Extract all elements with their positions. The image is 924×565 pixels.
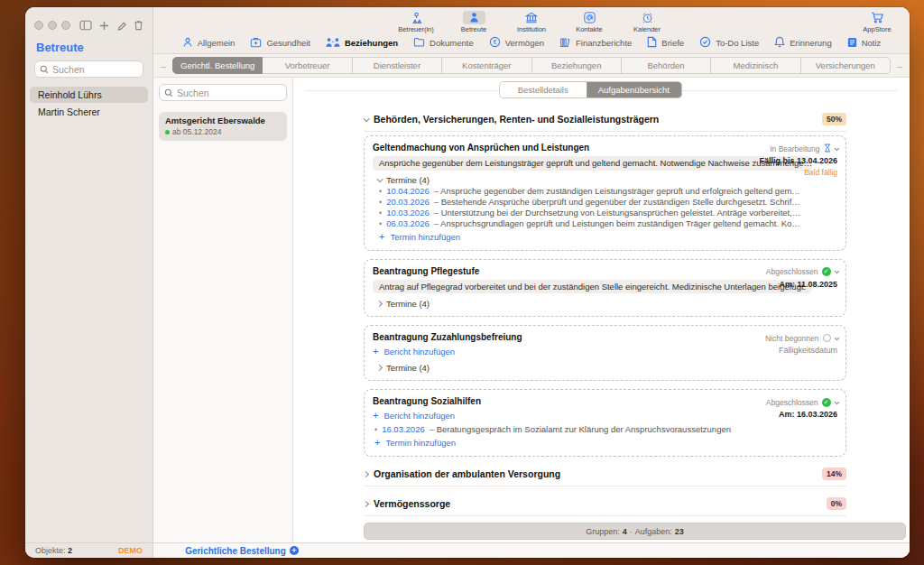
progress-badge: 0%: [827, 497, 846, 510]
tab-beziehungen[interactable]: Beziehungen: [532, 57, 622, 74]
status-dropdown[interactable]: Nicht begonnen: [702, 333, 837, 343]
due-date-placeholder: Fälligkeitsdatum: [702, 346, 837, 355]
toggle-sidebar-icon[interactable]: [79, 20, 92, 31]
cart-icon: [865, 11, 890, 24]
minimize-button[interactable]: [48, 21, 57, 30]
task-group-header[interactable]: Organisation der ambulanten Versorgung 1…: [364, 465, 846, 483]
task-card: Beantragung Zuzahlungsbefreiung Nicht be…: [364, 325, 846, 381]
folder-icon: [413, 37, 425, 49]
divider: [364, 131, 846, 132]
tabs-overflow-left-button[interactable]: –: [159, 61, 168, 70]
sidebar-title: Betreute: [25, 36, 152, 60]
view-switcher: Bestelldetails Aufgabenübersicht: [499, 81, 682, 98]
add-termin-button[interactable]: Termin hinzufügen: [374, 437, 837, 449]
chevron-down-icon: [834, 399, 838, 403]
list-item-client[interactable]: Reinhold Lührs: [30, 87, 148, 103]
due-date: Fällig bis 13.04.2026: [702, 156, 837, 165]
task-group-header[interactable]: Vermögenssorge 0%: [364, 495, 846, 513]
chevron-down-icon: [834, 269, 838, 273]
done-date: Am: 16.03.2026: [702, 410, 837, 419]
tab-gerichtl-bestellung[interactable]: Gerichtl. Bestellung: [172, 57, 263, 74]
divider: [364, 515, 846, 516]
nav-item-vermoegen[interactable]: € Vermögen: [489, 36, 544, 50]
zoom-button[interactable]: [61, 21, 70, 30]
detail-panel: Bestelldetails Aufgabenübersicht Behörde…: [293, 78, 910, 542]
nav-item-beziehungen[interactable]: Beziehungen: [326, 37, 398, 50]
chevron-down-icon: [834, 335, 838, 339]
appointment-row[interactable]: 10.03.2026 Unterstützung bei der Durchse…: [379, 208, 837, 218]
add-gerichtliche-bestellung-button[interactable]: Gerichtliche Bestellung: [166, 546, 318, 556]
task-status-block: Abgeschlossen Am: 11.08.2025: [702, 267, 837, 289]
record-item-amtsgericht[interactable]: Amtsgericht Eberswalde ab 05.12.2024: [159, 112, 287, 141]
tab-kostentraeger[interactable]: Kostenträger: [442, 57, 531, 74]
task-status-block: In Bearbeitung Fällig bis 13.04.2026 Bal…: [702, 144, 837, 177]
appointment-row[interactable]: 16.03.2026 Beratungsgespräch im Sozialam…: [374, 424, 837, 435]
nav-item-erinnerung[interactable]: Erinnerung: [774, 36, 831, 50]
appointment-row[interactable]: 10.04.2026 Ansprüche gegenüber dem zustä…: [379, 186, 837, 197]
view-tab-aufgabenuebersicht[interactable]: Aufgabenübersicht: [587, 82, 681, 97]
records-search-input[interactable]: [177, 88, 282, 98]
search-icon: [40, 61, 49, 78]
edit-pencil-icon[interactable]: [116, 21, 126, 31]
sidebar-search-input[interactable]: [52, 64, 138, 75]
status-bar: Gerichtliche Bestellung: [153, 542, 910, 558]
termine-toggle[interactable]: Termine (4): [377, 298, 837, 309]
task-card: Beantragung Pflegestufe Antrag auf Pfleg…: [364, 259, 846, 318]
add-icon[interactable]: [99, 21, 109, 31]
close-button[interactable]: [34, 21, 43, 30]
toolbar-item-kontakte[interactable]: Kontakte: [564, 11, 614, 32]
nav-item-briefe[interactable]: Briefe: [647, 36, 684, 50]
list-item-client[interactable]: Martin Scherer: [30, 104, 148, 120]
nav-item-allgemein[interactable]: Allgemein: [182, 37, 236, 50]
tab-dienstleister[interactable]: Dienstleister: [353, 57, 442, 74]
appointment-row[interactable]: 06.03.2026 Anspruchsgrundlagen geprüft u…: [379, 218, 837, 229]
relations-icon: [326, 37, 340, 50]
status-dropdown[interactable]: Abgeschlossen: [702, 397, 837, 407]
tab-vorbetreuer[interactable]: Vorbetreuer: [263, 57, 352, 74]
status-dropdown[interactable]: Abgeschlossen: [702, 267, 837, 277]
toolbar-item-betreuer[interactable]: Betreuer(in): [391, 11, 441, 32]
nav-item-todo[interactable]: To-Do Liste: [699, 36, 759, 50]
tabs-overflow-right-button[interactable]: –: [895, 61, 904, 70]
chevron-right-icon: [376, 300, 383, 306]
task-group-header[interactable]: Behörden, Versicherungen, Renten- und So…: [364, 110, 846, 128]
progress-badge: 50%: [822, 113, 846, 125]
due-soon-label: Bald fällig: [702, 168, 837, 177]
toolbar-item-appstore[interactable]: AppStore: [852, 11, 902, 33]
at-contact-icon: [578, 11, 601, 24]
check-seal-icon: [822, 267, 831, 276]
nav-item-notiz[interactable]: Notiz: [847, 37, 882, 50]
records-search-field[interactable]: [159, 84, 287, 101]
tab-versicherungen[interactable]: Versicherungen: [801, 57, 891, 74]
chevron-down-icon: [364, 116, 370, 122]
add-termin-button[interactable]: Termin hinzufügen: [379, 231, 837, 243]
tab-medizinisch[interactable]: Medizinisch: [711, 57, 800, 74]
appointment-row[interactable]: 20.03.2026 Bestehende Ansprüche überprüf…: [379, 197, 837, 208]
hourglass-icon: [824, 144, 831, 154]
done-date: Am: 11.08.2025: [702, 280, 837, 289]
chevron-down-icon: [377, 176, 383, 182]
sidebar-footer: Objekte: 2 DEMO: [25, 542, 152, 558]
status-dropdown[interactable]: In Bearbeitung: [702, 144, 837, 153]
nav-item-gesundheit[interactable]: Gesundheit: [250, 37, 310, 50]
task-status-block: Abgeschlossen Am: 16.03.2026: [702, 397, 837, 419]
clients-list: Reinhold Lührs Martin Scherer: [25, 87, 152, 542]
termine-toggle[interactable]: Termine (4): [377, 362, 837, 373]
toolbar-item-institution[interactable]: Institution: [506, 11, 557, 32]
nav-item-finanzberichte[interactable]: Finanzberichte: [559, 37, 632, 50]
chevron-right-icon: [376, 364, 383, 370]
progress-badge: 14%: [822, 468, 846, 480]
tab-behoerden[interactable]: Behörden: [622, 57, 711, 74]
toolbar-item-kalender[interactable]: Kalender: [622, 11, 672, 32]
divider: [364, 486, 846, 486]
toolbar: Betreuer(in) Betreute Institution Kontak…: [153, 7, 910, 54]
toolbar-item-betreute[interactable]: Betreute: [448, 11, 499, 32]
view-tab-bestelldetails[interactable]: Bestelldetails: [500, 82, 587, 97]
euro-coin-icon: €: [489, 36, 501, 50]
person-filled-icon: [463, 11, 485, 24]
app-window: Betreute Reinhold Lührs Martin Scherer O…: [25, 7, 910, 558]
sidebar-search-field[interactable]: [34, 60, 143, 78]
note-icon: [847, 37, 857, 50]
trash-icon[interactable]: [134, 20, 143, 31]
nav-item-dokumente[interactable]: Dokumente: [413, 37, 474, 49]
